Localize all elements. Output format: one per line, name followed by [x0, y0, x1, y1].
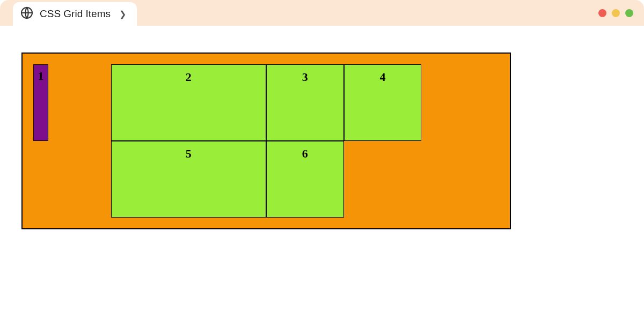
- tab-title: CSS Grid Items: [40, 8, 111, 20]
- grid-item-4: 4: [344, 64, 422, 141]
- grid-item-1: 1: [33, 64, 48, 141]
- chevron-right-icon: ❯: [119, 9, 126, 19]
- globe-icon: [20, 6, 33, 21]
- browser-tab[interactable]: CSS Grid Items ❯: [13, 2, 137, 26]
- window-controls: [598, 9, 633, 17]
- grid-item-5: 5: [111, 141, 266, 218]
- grid-item-3: 3: [266, 64, 344, 141]
- page-content: 1 2 3 4 5 6: [0, 26, 644, 251]
- titlebar: CSS Grid Items ❯: [0, 0, 644, 26]
- maximize-button[interactable]: [625, 9, 633, 17]
- minimize-button[interactable]: [612, 9, 620, 17]
- grid-container: 1 2 3 4 5 6: [21, 53, 511, 229]
- browser-window: CSS Grid Items ❯ 1 2 3 4 5 6: [0, 0, 644, 314]
- close-button[interactable]: [598, 9, 606, 17]
- grid-item-2: 2: [111, 64, 266, 141]
- grid-item-6: 6: [266, 141, 344, 218]
